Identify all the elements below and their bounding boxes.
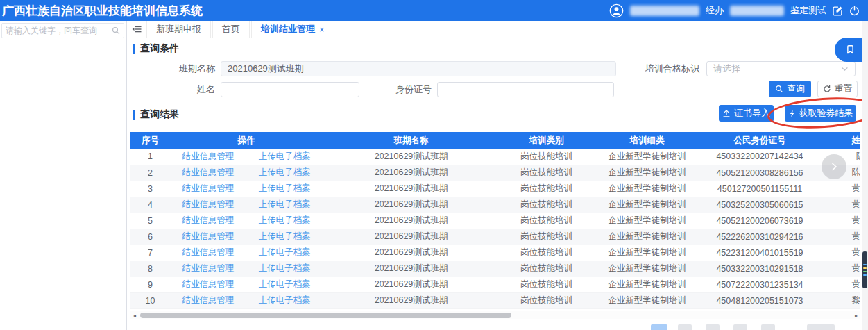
vertical-scrollbar-thumb[interactable]	[862, 251, 867, 288]
class-name-field[interactable]: 20210629测试班期	[221, 61, 616, 76]
tab-training-completion-management[interactable]: 培训结业管理 ×	[251, 21, 334, 38]
pagination-stub[interactable]	[733, 324, 747, 330]
sidebar-search-box	[1, 23, 124, 38]
reset-button[interactable]: 重置	[817, 81, 858, 97]
redacted-user-text	[730, 6, 784, 16]
table-row: 3 结业信息管理 上传电子档案 20210629测试班期 岗位技能培训 企业新型…	[130, 181, 860, 197]
row-number-cell: 2	[130, 165, 170, 181]
name-cell: 黄送	[819, 213, 860, 229]
subcategory-cell: 企业新型学徒制培训	[593, 261, 701, 277]
id-number-cell: 452226200310294216	[701, 229, 819, 245]
col-header-id-number: 公民身份证号	[701, 132, 819, 149]
search-icon[interactable]	[112, 26, 124, 35]
pagination-stub[interactable]	[678, 324, 692, 330]
row-number-cell: 4	[130, 197, 170, 213]
graduation-info-link[interactable]: 结业信息管理	[182, 199, 235, 209]
graduation-info-link[interactable]: 结业信息管理	[182, 279, 235, 289]
qualified-flag-select[interactable]: 请选择	[706, 61, 856, 76]
sidebar-search-input[interactable]	[2, 26, 112, 35]
search-button[interactable]: 查询	[769, 81, 811, 97]
table-row: 9 结业信息管理 上传电子档案 20210629测试班期 岗位技能培训 企业新型…	[130, 277, 860, 292]
graduation-info-link[interactable]: 结业信息管理	[182, 231, 235, 241]
tab-new-class-declaration[interactable]: 新班期申报	[146, 21, 211, 38]
graduation-info-link[interactable]: 结业信息管理	[182, 247, 235, 257]
upload-archive-link[interactable]: 上传电子档案	[259, 247, 311, 257]
row-number-cell: 5	[130, 213, 170, 229]
id-number-cell: 450521200308286156	[701, 165, 819, 181]
id-number-cell: 450325200305060615	[701, 197, 819, 213]
row-number-cell: 6	[130, 229, 170, 245]
row-number-cell: 9	[130, 277, 170, 292]
tab-close-icon[interactable]: ×	[319, 24, 325, 35]
graduation-info-link[interactable]: 结业信息管理	[182, 167, 235, 177]
row-number-cell: 8	[130, 261, 170, 277]
category-cell: 岗位技能培训	[500, 213, 593, 229]
name-cell: 黄杉	[819, 277, 860, 292]
sidebar	[0, 21, 127, 330]
table-row: 7 结业信息管理 上传电子档案 20210629测试班期 岗位技能培训 企业新型…	[130, 245, 860, 261]
graduation-info-link[interactable]: 结业信息管理	[182, 263, 235, 273]
name-cell: 黄国	[819, 197, 860, 213]
pagination-stub[interactable]	[706, 324, 720, 330]
col-header-subcategory: 培训细类	[593, 132, 701, 149]
upload-archive-link[interactable]: 上传电子档案	[259, 231, 311, 241]
category-cell: 岗位技能培训	[500, 229, 593, 245]
subcategory-cell: 企业新型学徒制培训	[593, 292, 701, 308]
logout-power-icon[interactable]	[849, 6, 860, 16]
subcategory-cell: 企业新型学徒制培训	[593, 213, 701, 229]
category-cell: 岗位技能培训	[500, 197, 593, 213]
upload-archive-link[interactable]: 上传电子档案	[259, 279, 311, 289]
subcategory-cell: 企业新型学徒制培训	[593, 181, 701, 197]
category-cell: 岗位技能培训	[500, 181, 593, 197]
user-name-text: 鉴定测试	[790, 4, 826, 17]
pagination-stub[interactable]	[807, 324, 835, 330]
id-number-label: 身份证号	[387, 82, 432, 97]
pagination-stub-active[interactable]	[651, 324, 667, 330]
edit-icon[interactable]	[833, 6, 843, 16]
graduation-info-link[interactable]: 结业信息管理	[182, 295, 235, 305]
upload-archive-link[interactable]: 上传电子档案	[259, 167, 311, 177]
upload-archive-link[interactable]: 上传电子档案	[259, 295, 311, 305]
class-name-label: 班期名称	[155, 61, 215, 76]
scroll-marker	[863, 274, 867, 276]
bookmark-fab-button[interactable]	[835, 38, 865, 62]
chevron-down-icon	[841, 65, 849, 73]
scrollbar-thumb[interactable]	[140, 313, 511, 318]
chevron-right-icon	[829, 162, 839, 172]
class-name-cell: 20210629测试班期	[323, 229, 500, 245]
person-name-input[interactable]	[221, 82, 359, 97]
class-name-cell: 20210629测试班期	[323, 245, 500, 261]
id-number-cell: 452231200401015519	[701, 245, 819, 261]
class-name-cell: 20210629测试班期	[323, 277, 500, 292]
collapse-menu-icon[interactable]	[127, 21, 146, 38]
col-header-no: 序号	[130, 132, 170, 149]
results-table-wrap: 序号 操作 班期名称 培训类别 培训细类 公民身份证号 姓名 1 结业信息管理 …	[130, 132, 860, 309]
tab-home[interactable]: 首页	[212, 21, 250, 38]
upload-archive-link[interactable]: 上传电子档案	[259, 199, 311, 209]
graduation-info-link[interactable]: 结业信息管理	[182, 151, 235, 161]
query-conditions-title: 查询条件	[133, 42, 179, 55]
upload-archive-link[interactable]: 上传电子档案	[259, 151, 311, 161]
horizontal-scrollbar: ◂ ▸	[130, 311, 860, 319]
redacted-org-name	[630, 6, 699, 16]
scrollbar-left-arrow[interactable]: ◂	[130, 311, 139, 320]
scrollbar-right-arrow[interactable]: ▸	[852, 311, 860, 320]
vertical-scrollbar-track[interactable]	[862, 21, 868, 330]
graduation-info-link[interactable]: 结业信息管理	[182, 215, 235, 225]
id-number-cell: 450127200501155111	[701, 181, 819, 197]
id-number-input[interactable]	[437, 82, 614, 97]
certificate-import-button[interactable]: 证书导入	[719, 105, 774, 122]
scroll-right-fab[interactable]	[822, 154, 846, 179]
upload-archive-link[interactable]: 上传电子档案	[259, 183, 311, 193]
upload-archive-link[interactable]: 上传电子档案	[259, 215, 311, 225]
graduation-info-link[interactable]: 结业信息管理	[182, 183, 235, 193]
col-header-category: 培训类别	[500, 132, 593, 149]
subcategory-cell: 企业新型学徒制培训	[593, 149, 701, 165]
table-row: 10 结业信息管理 上传电子档案 20210629测试班期 岗位技能培训 企业新…	[130, 292, 860, 308]
upload-archive-link[interactable]: 上传电子档案	[259, 263, 311, 273]
table-header-row: 序号 操作 班期名称 培训类别 培训细类 公民身份证号 姓名	[130, 132, 860, 149]
name-cell: 黄思	[819, 245, 860, 261]
fetch-voucher-result-button[interactable]: 获取验券结果	[785, 105, 856, 122]
pagination-stub[interactable]	[761, 324, 775, 330]
col-header-operation: 操作	[170, 132, 323, 149]
